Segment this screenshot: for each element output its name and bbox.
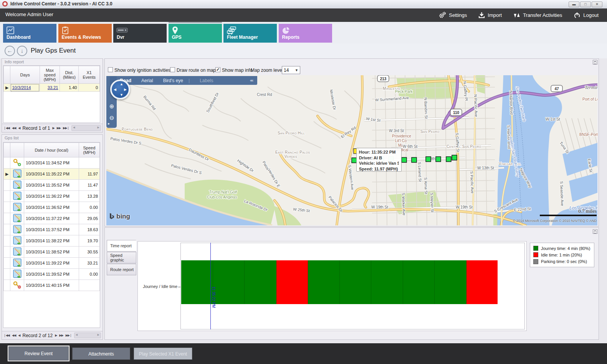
gps-row[interactable]: 10/3/2014 11:38:52 PM30.55: [4, 247, 100, 258]
checkbox-label[interactable]: Show map info: [222, 68, 252, 73]
map-pan-compass[interactable]: ▲ ▼ ◀ ▶: [110, 79, 130, 99]
import-button[interactable]: Import: [478, 12, 502, 19]
next-page-icon[interactable]: ▶▶: [57, 126, 61, 130]
chart-tab-time-report[interactable]: Time report: [107, 240, 136, 251]
gps-marker[interactable]: [452, 155, 457, 160]
gps-row[interactable]: 10/3/2014 11:38:22 PM19.70: [4, 235, 100, 247]
prev-record-icon[interactable]: ◀: [18, 126, 20, 130]
strip-expand-icon[interactable]: ▸: [108, 121, 110, 126]
prev-page-icon[interactable]: ◀◀: [12, 334, 16, 337]
map-style-toolbar[interactable]: RoadAerialBird's eye|Labels««: [110, 76, 257, 85]
map-zoom-in-icon[interactable]: ⊕: [108, 103, 115, 110]
gps-list-table[interactable]: Date / hour (local) Speed (MPH) 10/3/201…: [3, 142, 100, 291]
map-style-labels[interactable]: Labels: [200, 78, 213, 83]
prev-page-icon[interactable]: ◀◀: [12, 126, 16, 130]
close-button[interactable]: ✕: [592, 2, 602, 7]
gps-marker[interactable]: [426, 157, 431, 162]
checkbox-label[interactable]: Draw route on map: [177, 68, 216, 73]
tooltip-speed: Speed: 11.97 (MPH): [359, 166, 399, 172]
gps-row[interactable]: 10/3/2014 11:36:22 PM13.28: [4, 191, 100, 202]
checkbox-draw-route-on-map[interactable]: [170, 67, 175, 72]
scroll-right-icon[interactable]: ▶: [98, 333, 99, 336]
nav-scrollbar[interactable]: ◀▶: [74, 333, 101, 338]
info-report-record-nav[interactable]: ❘◀◀ ◀◀ ◀ Record 1 of 1 ▶ ▶▶ ▶▶❘ ◀▶: [2, 124, 103, 132]
map-label: S Alma St: [423, 177, 428, 194]
map-zoom-out-icon[interactable]: ⊖: [108, 114, 115, 121]
bing-map[interactable]: MiralestePeck ParkW Summerland AveCrest …: [106, 75, 597, 225]
tab-gps[interactable]: GPS: [169, 24, 222, 43]
gps-row[interactable]: 10/3/2014 11:39:52 PM0.00: [4, 269, 100, 280]
col-max-speed[interactable]: Max speed (MPH): [40, 66, 60, 84]
chart-tab-speed-graphic[interactable]: Speed graphic: [107, 252, 136, 263]
map-style-bird-s-eye[interactable]: Bird's eye: [163, 78, 183, 83]
tab-fleet-manager[interactable]: Fleet Manager: [223, 24, 277, 43]
icon-col-header: [10, 143, 24, 157]
gps-marker[interactable]: [436, 157, 441, 162]
review-event-button[interactable]: Review Event: [8, 346, 69, 361]
back-button[interactable]: ←: [5, 46, 15, 56]
maximize-button[interactable]: □: [580, 2, 591, 7]
map-zoom-select[interactable]: 14 ▼: [282, 66, 300, 74]
col-speed[interactable]: Speed (MPH): [79, 143, 99, 157]
checkbox-show-map-info[interactable]: ✓: [215, 67, 220, 72]
tab-events-reviews[interactable]: Events & Reviews: [58, 24, 112, 43]
chart-tab-route-report[interactable]: Route report: [107, 264, 136, 275]
attachments-button[interactable]: Attachments: [72, 347, 130, 360]
gps-marker[interactable]: [446, 157, 451, 162]
svg-text:110: 110: [453, 111, 460, 115]
days-link[interactable]: 10/3/2014: [10, 84, 40, 92]
gps-row[interactable]: 10/3/2014 11:37:52 PM18.63: [4, 224, 100, 235]
gps-row[interactable]: 10/3/2014 11:40:15 PM: [4, 280, 100, 291]
gps-row[interactable]: 10/3/2014 11:36:52 PM0.00: [4, 202, 100, 213]
first-record-icon[interactable]: ❘◀◀: [3, 126, 10, 130]
checkbox-label[interactable]: Show only ignition activities: [114, 68, 170, 73]
last-record-icon[interactable]: ▶▶❘: [63, 126, 69, 130]
col-date-hour[interactable]: Date / hour (local): [24, 143, 79, 157]
prev-record-icon[interactable]: ◀: [18, 334, 20, 337]
chart-panel-restore-icon[interactable]: [593, 229, 597, 234]
gps-row[interactable]: ▶10/3/2014 11:35:22 PM11.97: [4, 169, 100, 180]
scroll-left-icon[interactable]: ◀: [76, 333, 78, 336]
col-dist[interactable]: Dist. (Miles): [60, 66, 79, 84]
next-record-icon[interactable]: ▶: [53, 126, 55, 130]
map-panel-restore-icon[interactable]: [593, 60, 597, 65]
last-record-icon[interactable]: ▶▶❘: [66, 334, 72, 337]
map-info-tooltip: Hour: 11:35:22 PM Driver: Al B Vehicle: …: [356, 148, 402, 172]
gps-marker[interactable]: [412, 157, 417, 162]
next-page-icon[interactable]: ▶▶: [59, 334, 63, 337]
transfer-activities-button[interactable]: Transfer Activities: [513, 12, 562, 19]
row-icon-cell: [10, 235, 24, 247]
pan-up-icon[interactable]: ▲: [120, 82, 123, 86]
gps-marker[interactable]: [402, 157, 407, 162]
gps-row[interactable]: 10/3/2014 11:39:22 PM33.21: [4, 258, 100, 269]
toolbar-collapse-icon[interactable]: ««: [250, 78, 253, 83]
col-x1-events[interactable]: X1 Events: [79, 66, 100, 84]
info-report-table[interactable]: Days Max speed (MPH) Dist. (Miles) X1 Ev…: [3, 66, 100, 92]
timeline-segment-journey: [340, 260, 372, 304]
down-button[interactable]: ↓: [17, 46, 27, 56]
tab-dashboard[interactable]: Dashboard: [3, 24, 56, 43]
minimize-button[interactable]: ▬: [569, 2, 579, 7]
next-record-icon[interactable]: ▶: [55, 334, 57, 337]
tab-reports[interactable]: Reports: [279, 24, 332, 43]
col-days[interactable]: Days: [10, 66, 40, 84]
map-style-aerial[interactable]: Aerial: [141, 78, 153, 83]
settings-button[interactable]: Settings: [439, 12, 467, 19]
checkbox-show-only-ignition-activities[interactable]: [108, 67, 113, 72]
gps-row[interactable]: 10/3/2014 11:35:52 PM11.47: [4, 180, 100, 191]
table-row[interactable]: ▶ 10/3/2014 33.21 1.40 0: [4, 84, 100, 92]
pan-left-icon[interactable]: ◀: [114, 88, 116, 91]
pan-right-icon[interactable]: ▶: [124, 88, 127, 91]
first-record-icon[interactable]: ❘◀◀: [3, 334, 10, 337]
gps-row[interactable]: 10/3/2014 11:37:22 PM29.05: [4, 213, 100, 224]
tab-dvr[interactable]: Dvr: [113, 24, 167, 43]
nav-scrollbar[interactable]: ◀▶: [71, 125, 101, 131]
scroll-right-icon[interactable]: ▶: [98, 126, 99, 129]
gps-date: 10/3/2014 11:34:52 PM: [24, 157, 79, 169]
max-speed-link[interactable]: 33.21: [40, 84, 60, 92]
gps-row[interactable]: 10/3/2014 11:34:52 PM: [4, 157, 100, 169]
logout-button[interactable]: Logout: [574, 12, 599, 19]
pan-down-icon[interactable]: ▼: [120, 93, 123, 97]
gps-list-record-nav[interactable]: ❘◀◀ ◀◀ ◀ Record 2 of 12 ▶ ▶▶ ▶▶❘ ◀▶: [2, 331, 103, 339]
scroll-left-icon[interactable]: ◀: [73, 126, 75, 129]
